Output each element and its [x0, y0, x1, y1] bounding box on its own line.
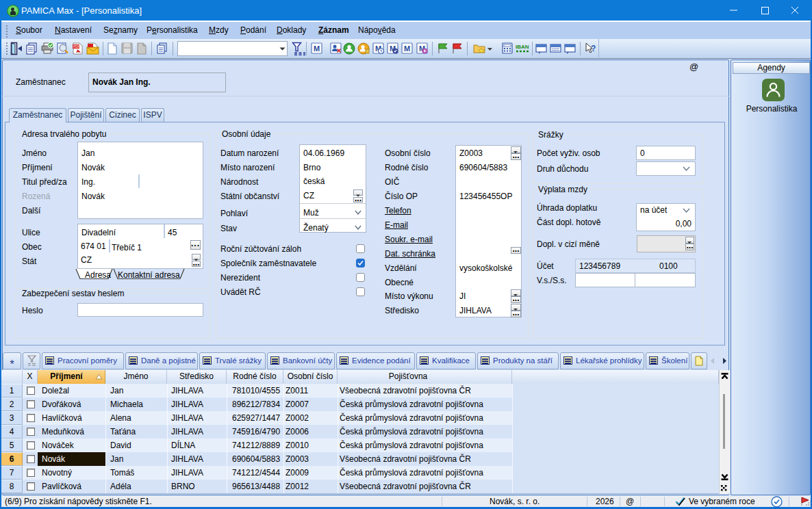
svg-text:?: ? — [591, 44, 596, 53]
svg-text:M: M — [314, 44, 320, 53]
svg-text:M: M — [404, 44, 410, 53]
svg-text:IBAN: IBAN — [516, 44, 529, 50]
svg-text:PDF: PDF — [73, 44, 80, 49]
